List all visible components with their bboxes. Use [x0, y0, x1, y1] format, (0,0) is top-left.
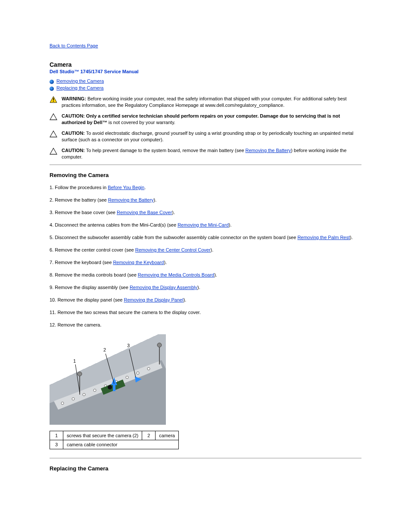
warning-notice: WARNING: Before working inside your comp… — [50, 96, 361, 109]
step: Remove the two screws that secure the ca… — [50, 309, 361, 316]
step: Remove the camera. — [50, 322, 361, 328]
caution-text-bold: Only a certified service technician shou… — [62, 113, 340, 125]
callout-num: 1 — [50, 431, 63, 440]
step: Remove the base cover (see Removing the … — [50, 209, 361, 216]
svg-marker-5 — [50, 148, 57, 154]
step: Disconnect the antenna cables from the M… — [50, 222, 361, 228]
manual-title: Dell Studio™ 1745/1747 Service Manual — [50, 69, 361, 74]
step-link[interactable]: Removing the Battery — [108, 197, 154, 202]
bullet-icon — [50, 79, 54, 83]
step: Remove the center control cover (see Rem… — [50, 247, 361, 253]
step-link[interactable]: Removing the Media Controls Board — [138, 272, 214, 277]
callout-desc: camera — [156, 431, 179, 440]
caution-label: CAUTION: — [62, 113, 85, 118]
step-link[interactable]: Removing the Display Panel — [124, 297, 183, 302]
warning-text: Before working inside your computer, rea… — [62, 96, 347, 108]
svg-text:1: 1 — [73, 358, 76, 364]
caution-notice: CAUTION: To help prevent damage to the s… — [50, 147, 361, 160]
svg-point-18 — [108, 385, 112, 389]
section-title-removing: Removing the Camera — [50, 172, 361, 178]
warning-label: WARNING: — [62, 96, 86, 101]
svg-marker-3 — [50, 114, 57, 120]
link-removing-battery[interactable]: Removing the Battery — [246, 148, 291, 153]
callout-desc: screws that secure the camera (2) — [63, 431, 142, 440]
step-link[interactable]: Removing the Center Control Cover — [135, 247, 211, 252]
step-link[interactable]: Before You Begin — [108, 185, 144, 190]
caution-notice: CAUTION: Only a certified service techni… — [50, 113, 361, 126]
caution-label: CAUTION: — [62, 148, 85, 153]
svg-point-16 — [147, 367, 150, 370]
caution-notice: CAUTION: To avoid electrostatic discharg… — [50, 130, 361, 143]
svg-point-14 — [126, 376, 128, 379]
caution-text: To avoid electrostatic discharge, ground… — [62, 131, 353, 142]
caution-text-pre: To help prevent damage to the system boa… — [86, 148, 246, 153]
step-link[interactable]: Removing the Base Cover — [117, 210, 172, 215]
step: Remove the display panel (see Removing t… — [50, 297, 361, 303]
step: Remove the keyboard (see Removing the Ke… — [50, 259, 361, 266]
caution-icon — [50, 113, 59, 121]
step-link[interactable]: Removing the Palm Rest — [297, 235, 350, 240]
svg-line-28 — [106, 354, 114, 384]
divider — [50, 165, 361, 165]
back-to-contents-link[interactable]: Back to Contents Page — [50, 43, 98, 48]
svg-line-26 — [75, 364, 80, 392]
link-removing-camera[interactable]: Removing the Camera — [56, 78, 104, 84]
svg-point-15 — [137, 372, 139, 374]
step: Remove the media controls board (see Rem… — [50, 272, 361, 278]
caution-icon — [50, 131, 59, 138]
svg-point-11 — [93, 389, 96, 392]
step: Disconnect the subwoofer assembly cable … — [50, 234, 361, 241]
step: Remove the battery (see Removing the Bat… — [50, 197, 361, 203]
svg-marker-4 — [50, 131, 57, 137]
warning-icon — [50, 96, 59, 104]
link-replacing-camera[interactable]: Replacing the Camera — [56, 84, 103, 91]
bullet-icon — [50, 86, 54, 90]
section-title-replacing: Replacing the Camera — [50, 465, 361, 472]
callout-table: 1 screws that secure the camera (2) 2 ca… — [50, 431, 179, 449]
caution-icon — [50, 148, 59, 156]
step-link[interactable]: Removing the Keyboard — [113, 260, 164, 265]
divider — [50, 458, 361, 458]
table-row: 1 screws that secure the camera (2) 2 ca… — [50, 431, 179, 440]
callout-num: 3 — [50, 440, 63, 449]
svg-rect-2 — [53, 101, 54, 102]
step: Remove the display assembly (see Removin… — [50, 284, 361, 291]
svg-text:2: 2 — [103, 347, 106, 352]
svg-text:3: 3 — [127, 343, 130, 348]
svg-point-8 — [61, 402, 64, 404]
svg-rect-20 — [113, 385, 115, 391]
caution-text-rest: is not covered by your warranty. — [107, 120, 175, 125]
caution-label: CAUTION: — [62, 131, 85, 136]
callout-num: 2 — [142, 431, 156, 440]
list-item: Removing the Camera — [50, 78, 361, 84]
svg-point-25 — [157, 343, 162, 347]
step-link[interactable]: Removing the Display Assembly — [130, 285, 197, 290]
top-anchor-list: Removing the Camera Replacing the Camera — [50, 78, 361, 91]
callout-desc: camera cable connector — [63, 440, 179, 449]
svg-point-10 — [83, 393, 85, 396]
svg-point-9 — [72, 398, 75, 400]
step: Follow the procedures in Before You Begi… — [50, 184, 361, 191]
steps-list: Follow the procedures in Before You Begi… — [50, 184, 361, 328]
svg-point-23 — [78, 372, 82, 376]
svg-rect-1 — [53, 98, 54, 100]
page-title: Camera — [50, 61, 361, 68]
step-link[interactable]: Removing the Mini-Card — [177, 222, 229, 227]
camera-figure: 1 2 3 — [50, 334, 166, 425]
table-row: 3 camera cable connector — [50, 440, 179, 449]
list-item: Replacing the Camera — [50, 84, 361, 91]
